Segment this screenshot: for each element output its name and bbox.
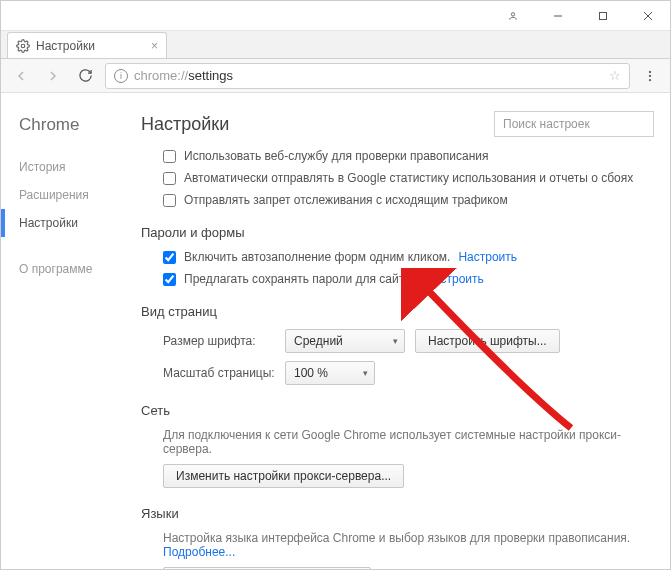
close-window-button[interactable] [625,1,670,30]
forward-button[interactable] [41,64,65,88]
close-tab-icon[interactable]: × [151,39,158,53]
tab-strip: Настройки × [1,31,670,59]
menu-button[interactable] [638,64,662,88]
spellcheck-label: Использовать веб-службу для проверки пра… [184,149,488,163]
passwords-heading: Пароли и формы [141,225,654,240]
svg-point-5 [21,44,25,48]
passwords-section: Пароли и формы Включить автозаполнение ф… [141,225,654,286]
maximize-button[interactable] [580,1,625,30]
nav-item-settings[interactable]: Настройки [1,209,121,237]
url-path: settings [188,68,233,83]
languages-section: Языки Настройка языка интерфейса Chrome … [141,506,654,569]
network-desc: Для подключения к сети Google Chrome исп… [163,428,654,456]
side-navigation: Chrome История Расширения Настройки О пр… [1,93,121,569]
user-icon[interactable] [490,1,535,30]
browser-tab-settings[interactable]: Настройки × [7,32,167,58]
configure-fonts-button[interactable]: Настроить шрифты... [415,329,560,353]
autofill-checkbox[interactable] [163,251,176,264]
privacy-section: Использовать веб-службу для проверки пра… [141,149,654,207]
back-button[interactable] [9,64,33,88]
dnt-label: Отправлять запрет отслеживания с исходящ… [184,193,508,207]
appearance-heading: Вид страниц [141,304,654,319]
svg-point-0 [511,12,514,15]
gear-icon [16,39,30,53]
languages-heading: Языки [141,506,654,521]
nav-item-about[interactable]: О программе [19,255,121,283]
svg-point-6 [649,70,651,72]
minimize-button[interactable] [535,1,580,30]
browser-toolbar: i chrome://settings ☆ [1,59,670,93]
page-zoom-label: Масштаб страницы: [163,366,275,380]
settings-search-input[interactable]: Поиск настроек [494,111,654,137]
network-heading: Сеть [141,403,654,418]
tab-label: Настройки [36,39,145,53]
main-panel: Настройки Поиск настроек Использовать ве… [121,93,670,569]
bookmark-star-icon[interactable]: ☆ [609,68,621,83]
brand-label: Chrome [19,115,121,135]
proxy-settings-button[interactable]: Изменить настройки прокси-сервера... [163,464,404,488]
appearance-section: Вид страниц Размер шрифта: Средний Настр… [141,304,654,385]
content-area: Chrome История Расширения Настройки О пр… [1,93,670,569]
page-zoom-select[interactable]: 100 % [285,361,375,385]
nav-item-extensions[interactable]: Расширения [19,181,121,209]
info-icon: i [114,69,128,83]
svg-point-7 [649,74,651,76]
languages-more-link[interactable]: Подробнее... [163,545,235,559]
network-section: Сеть Для подключения к сети Google Chrom… [141,403,654,488]
url-scheme: chrome:// [134,68,188,83]
dnt-checkbox[interactable] [163,194,176,207]
address-bar[interactable]: i chrome://settings ☆ [105,63,630,89]
svg-point-8 [649,78,651,80]
save-passwords-label: Предлагать сохранять пароли для сайтов [184,272,417,286]
stats-label: Автоматически отправлять в Google статис… [184,171,633,185]
svg-rect-2 [599,12,606,19]
nav-item-history[interactable]: История [19,153,121,181]
reload-button[interactable] [73,64,97,88]
save-passwords-checkbox[interactable] [163,273,176,286]
autofill-label: Включить автозаполнение форм одним клико… [184,250,450,264]
spellcheck-checkbox[interactable] [163,150,176,163]
font-size-select[interactable]: Средний [285,329,405,353]
save-passwords-configure-link[interactable]: Настроить [425,272,484,286]
stats-checkbox[interactable] [163,172,176,185]
language-settings-button[interactable]: Изменить языковые настройки... [163,567,371,569]
font-size-label: Размер шрифта: [163,334,275,348]
window-titlebar [1,1,670,31]
languages-desc: Настройка языка интерфейса Chrome и выбо… [163,531,630,545]
autofill-configure-link[interactable]: Настроить [458,250,517,264]
page-title: Настройки [141,114,229,135]
